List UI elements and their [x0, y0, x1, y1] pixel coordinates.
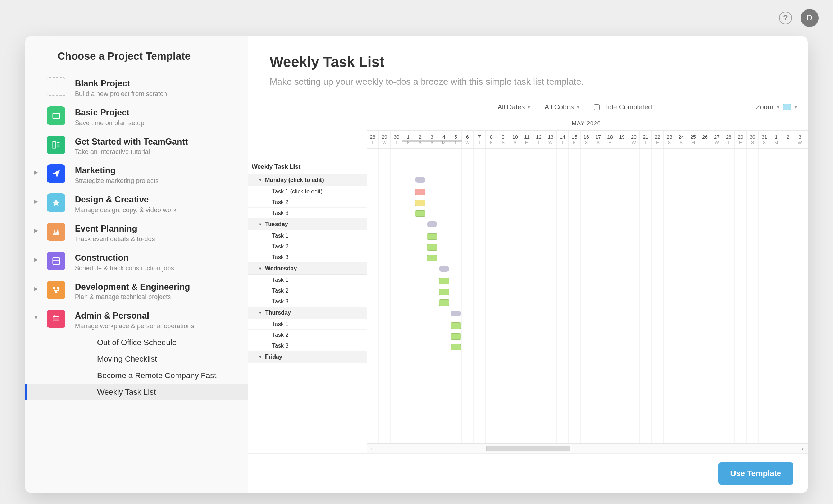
sidebar-category[interactable]: ▶Development & EngineeringPlan & manage …	[25, 276, 248, 306]
task-group-header[interactable]: ▼Wednesday	[248, 263, 367, 275]
task-group-header[interactable]: ▼Tuesday	[248, 219, 367, 230]
task-row[interactable]: Task 1	[248, 230, 367, 241]
zoom-control[interactable]: Zoom ▾ ▾	[756, 103, 797, 111]
date-cell: 12T	[533, 131, 545, 148]
scroll-right-icon[interactable]: ›	[798, 445, 808, 452]
use-template-button[interactable]: Use Template	[718, 462, 793, 485]
task-row[interactable]: Task 2	[248, 241, 367, 252]
hide-completed-checkbox[interactable]	[594, 104, 600, 110]
caret-right-icon[interactable]: ▶	[25, 164, 47, 175]
task-row[interactable]: Task 3	[248, 296, 367, 307]
group-summary-bar[interactable]	[415, 177, 425, 183]
sidebar-category[interactable]: +Blank ProjectBuild a new project from s…	[25, 73, 248, 102]
sidebar-category[interactable]: Get Started with TeamGanttTake an intera…	[25, 131, 248, 160]
filter-all-dates[interactable]: All Dates ▾	[497, 103, 530, 111]
task-row[interactable]: Task 2	[248, 285, 367, 296]
chevron-down-icon: ▾	[528, 104, 530, 110]
sidebar-category[interactable]: ▶Event PlanningTrack event details & to-…	[25, 218, 248, 247]
task-row[interactable]: Task 3	[248, 208, 367, 219]
task-row[interactable]: Task 1 (click to edit)	[248, 186, 367, 197]
task-row[interactable]: Task 1	[248, 275, 367, 285]
group-summary-bar[interactable]	[451, 311, 461, 316]
task-bar[interactable]	[427, 244, 437, 251]
gantt-toolbar: All Dates ▾ All Colors ▾ Hide Completed …	[248, 98, 808, 116]
task-row[interactable]: Task 1	[248, 319, 367, 330]
category-icon	[47, 106, 65, 125]
caret-right-icon[interactable]: ▶	[25, 193, 47, 204]
sidebar-template-item[interactable]: Moving Checklist	[97, 351, 248, 367]
sidebar-category[interactable]: ▼Admin & PersonalManage workplace & pers…	[25, 305, 248, 334]
date-cell: 30S	[747, 131, 759, 148]
date-cell: 8F	[486, 131, 497, 148]
task-bar[interactable]	[451, 344, 461, 350]
help-icon[interactable]: ?	[779, 12, 792, 24]
scroll-thumb[interactable]	[486, 446, 570, 451]
sidebar-category[interactable]: ▶Design & CreativeManage design, copy, &…	[25, 189, 248, 218]
sidebar-title: Choose a Project Template	[25, 50, 248, 73]
date-cell: 4T	[806, 131, 808, 148]
task-bar[interactable]	[415, 210, 425, 217]
modal-footer: Use Template	[248, 453, 808, 493]
avatar[interactable]: D	[801, 9, 819, 27]
caret-right-icon[interactable]: ▶	[25, 252, 47, 262]
svg-point-9	[55, 291, 57, 293]
date-cell: 30T	[391, 131, 402, 148]
task-row[interactable]: Task 2	[248, 197, 367, 208]
date-cell: 13W	[545, 131, 557, 148]
date-cell: 2S	[414, 131, 426, 148]
category-description: Schedule & track construction jobs	[75, 265, 174, 272]
task-bar[interactable]	[415, 189, 425, 195]
task-group-header[interactable]: ▼Friday	[248, 351, 367, 363]
date-cell: 21T	[640, 131, 652, 148]
task-bar[interactable]	[439, 289, 449, 295]
task-row[interactable]: Task 3	[248, 252, 367, 263]
task-row[interactable]: Task 2	[248, 330, 367, 340]
date-cell: 1F	[402, 131, 414, 148]
caret-down-icon: ▼	[258, 266, 262, 271]
task-group-header[interactable]: ▼Thursday	[248, 307, 367, 319]
group-summary-bar[interactable]	[439, 266, 449, 272]
caret-down-icon[interactable]: ▼	[25, 310, 47, 320]
month-label: MAY 2020	[402, 116, 770, 130]
date-cell: 14T	[557, 131, 569, 148]
caret-down-icon: ▼	[258, 222, 262, 226]
sidebar-category[interactable]: ▶MarketingStrategize marketing projects	[25, 160, 248, 189]
task-bar[interactable]	[451, 322, 461, 329]
scroll-track[interactable]	[377, 446, 798, 452]
category-description: Manage design, copy, & video work	[75, 206, 177, 214]
date-cell: 28T	[723, 131, 735, 148]
task-group-header[interactable]: ▼Monday (click to edit)	[248, 174, 367, 186]
sidebar-category[interactable]: Basic ProjectSave time on plan setup	[25, 102, 248, 131]
category-label: Basic Project	[75, 107, 144, 118]
template-title: Weekly Task List	[270, 54, 786, 70]
task-bar[interactable]	[451, 333, 461, 340]
date-cell: 2T	[782, 131, 794, 148]
caret-right-icon	[25, 136, 47, 141]
task-bar[interactable]	[415, 200, 425, 206]
filter-all-colors[interactable]: All Colors ▾	[545, 103, 579, 111]
date-cell: 4M	[438, 131, 450, 148]
caret-right-icon[interactable]: ▶	[25, 281, 47, 292]
hide-completed-label: Hide Completed	[603, 103, 652, 111]
category-description: Track event details & to-dos	[75, 235, 155, 243]
sidebar-template-item[interactable]: Weekly Task List	[25, 384, 248, 400]
task-bar[interactable]	[427, 255, 437, 261]
sidebar-template-item[interactable]: Out of Office Schedule	[97, 334, 248, 351]
template-sidebar: Choose a Project Template +Blank Project…	[25, 36, 248, 493]
sidebar-template-item[interactable]: Become a Remote Company Fast	[97, 367, 248, 384]
scroll-left-icon[interactable]: ‹	[367, 445, 377, 452]
gantt-timeline[interactable]: MAY 2020JUNE 2020 28T29W30T1F2S3S4M5T6W7…	[367, 116, 808, 453]
caret-right-icon	[25, 77, 47, 82]
task-row[interactable]: Task 3	[248, 340, 367, 351]
caret-right-icon[interactable]: ▶	[25, 223, 47, 233]
app-topbar: ? D	[0, 0, 833, 36]
sidebar-category[interactable]: ▶ConstructionSchedule & track constructi…	[25, 247, 248, 276]
group-summary-bar[interactable]	[427, 221, 437, 227]
horizontal-scrollbar[interactable]: ‹ ›	[367, 443, 808, 453]
task-bar[interactable]	[439, 299, 449, 306]
category-label: Get Started with TeamGantt	[75, 137, 188, 147]
hide-completed-toggle[interactable]: Hide Completed	[594, 103, 652, 111]
task-bar[interactable]	[427, 233, 437, 240]
template-description: Make setting up your weekly to-dos a bre…	[270, 77, 786, 87]
task-bar[interactable]	[439, 278, 449, 284]
